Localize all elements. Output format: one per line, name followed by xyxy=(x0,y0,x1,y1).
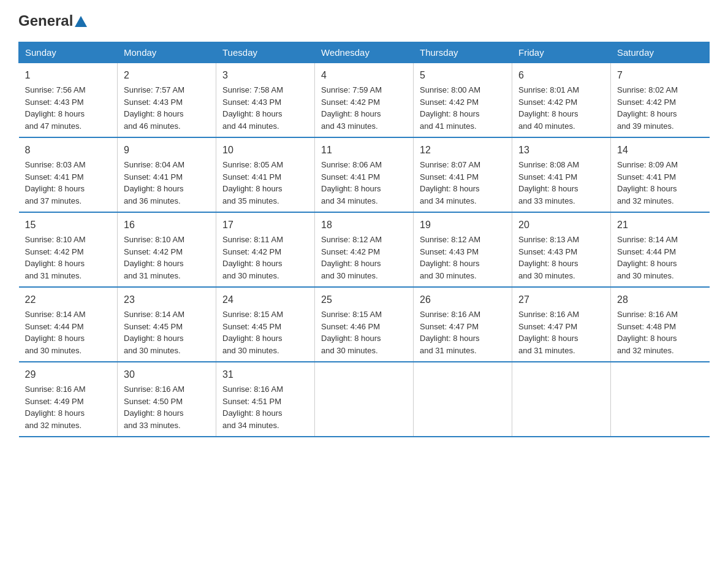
day-sunset: Sunset: 4:48 PM xyxy=(617,321,703,333)
day-number: 6 xyxy=(518,68,604,83)
day-sunset: Sunset: 4:45 PM xyxy=(222,321,308,333)
day-sunrise: Sunrise: 8:16 AM xyxy=(420,308,506,321)
day-daylight: Daylight: 8 hoursand 31 minutes. xyxy=(25,258,112,282)
day-number: 20 xyxy=(518,218,604,232)
calendar-day-cell: 29 Sunrise: 8:16 AM Sunset: 4:49 PM Dayl… xyxy=(19,362,118,437)
day-daylight: Daylight: 8 hoursand 35 minutes. xyxy=(222,183,308,207)
day-number: 4 xyxy=(321,68,407,83)
day-sunrise: Sunrise: 8:13 AM xyxy=(518,234,604,246)
weekday-header-cell: Saturday xyxy=(611,42,710,63)
calendar-day-cell: 13 Sunrise: 8:08 AM Sunset: 4:41 PM Dayl… xyxy=(512,137,611,212)
day-sunrise: Sunrise: 8:16 AM xyxy=(518,308,604,321)
day-sunset: Sunset: 4:43 PM xyxy=(222,96,308,109)
day-number: 28 xyxy=(617,293,703,307)
logo-triangle-icon xyxy=(74,15,88,28)
day-number: 21 xyxy=(617,218,703,232)
calendar-day-cell: 8 Sunrise: 8:03 AM Sunset: 4:41 PM Dayli… xyxy=(19,137,118,212)
day-sunrise: Sunrise: 8:12 AM xyxy=(420,234,506,246)
day-sunset: Sunset: 4:43 PM xyxy=(124,96,210,109)
calendar-day-cell: 24 Sunrise: 8:15 AM Sunset: 4:45 PM Dayl… xyxy=(216,287,315,362)
calendar-day-cell: 3 Sunrise: 7:58 AM Sunset: 4:43 PM Dayli… xyxy=(216,63,315,138)
day-sunset: Sunset: 4:49 PM xyxy=(25,396,112,408)
day-daylight: Daylight: 8 hoursand 39 minutes. xyxy=(617,108,703,132)
weekday-header-cell: Sunday xyxy=(19,42,118,63)
day-number: 18 xyxy=(321,218,407,232)
calendar-day-cell: 18 Sunrise: 8:12 AM Sunset: 4:42 PM Dayl… xyxy=(315,212,414,287)
day-daylight: Daylight: 8 hoursand 30 minutes. xyxy=(617,258,703,282)
calendar-day-cell: 30 Sunrise: 8:16 AM Sunset: 4:50 PM Dayl… xyxy=(118,362,216,437)
day-number: 5 xyxy=(420,68,506,83)
calendar-day-cell: 4 Sunrise: 7:59 AM Sunset: 4:42 PM Dayli… xyxy=(315,63,414,138)
day-sunrise: Sunrise: 8:06 AM xyxy=(321,159,407,171)
day-sunset: Sunset: 4:50 PM xyxy=(124,396,210,408)
day-number: 1 xyxy=(25,68,112,83)
calendar-day-cell xyxy=(512,362,611,437)
day-daylight: Daylight: 8 hoursand 46 minutes. xyxy=(124,108,210,132)
calendar-body: 1 Sunrise: 7:56 AM Sunset: 4:43 PM Dayli… xyxy=(19,63,710,437)
day-sunrise: Sunrise: 8:16 AM xyxy=(25,383,112,396)
day-sunrise: Sunrise: 8:16 AM xyxy=(124,383,210,396)
calendar-week-row: 8 Sunrise: 8:03 AM Sunset: 4:41 PM Dayli… xyxy=(19,137,710,212)
day-daylight: Daylight: 8 hoursand 32 minutes. xyxy=(617,183,703,207)
day-number: 2 xyxy=(124,68,210,83)
day-daylight: Daylight: 8 hoursand 41 minutes. xyxy=(420,108,506,132)
calendar-day-cell: 21 Sunrise: 8:14 AM Sunset: 4:44 PM Dayl… xyxy=(611,212,710,287)
day-sunset: Sunset: 4:41 PM xyxy=(321,171,407,183)
calendar-day-cell: 28 Sunrise: 8:16 AM Sunset: 4:48 PM Dayl… xyxy=(611,287,710,362)
day-daylight: Daylight: 8 hoursand 32 minutes. xyxy=(25,407,112,431)
day-sunrise: Sunrise: 7:58 AM xyxy=(222,84,308,96)
calendar-day-cell: 2 Sunrise: 7:57 AM Sunset: 4:43 PM Dayli… xyxy=(118,63,216,138)
day-sunrise: Sunrise: 8:03 AM xyxy=(25,159,112,171)
day-sunrise: Sunrise: 8:16 AM xyxy=(617,308,703,321)
calendar-day-cell: 14 Sunrise: 8:09 AM Sunset: 4:41 PM Dayl… xyxy=(611,137,710,212)
calendar-day-cell: 26 Sunrise: 8:16 AM Sunset: 4:47 PM Dayl… xyxy=(414,287,512,362)
day-daylight: Daylight: 8 hoursand 30 minutes. xyxy=(222,332,308,356)
day-sunset: Sunset: 4:42 PM xyxy=(124,246,210,258)
calendar-week-row: 29 Sunrise: 8:16 AM Sunset: 4:49 PM Dayl… xyxy=(19,362,710,437)
day-sunset: Sunset: 4:42 PM xyxy=(321,246,407,258)
day-daylight: Daylight: 8 hoursand 34 minutes. xyxy=(321,183,407,207)
page-header: General xyxy=(18,12,710,29)
weekday-header-cell: Friday xyxy=(512,42,611,63)
calendar-table: SundayMondayTuesdayWednesdayThursdayFrid… xyxy=(18,42,710,437)
day-sunrise: Sunrise: 7:59 AM xyxy=(321,84,407,96)
calendar-day-cell: 23 Sunrise: 8:14 AM Sunset: 4:45 PM Dayl… xyxy=(118,287,216,362)
calendar-week-row: 1 Sunrise: 7:56 AM Sunset: 4:43 PM Dayli… xyxy=(19,63,710,138)
weekday-header-cell: Wednesday xyxy=(315,42,414,63)
calendar-day-cell xyxy=(414,362,512,437)
day-daylight: Daylight: 8 hoursand 30 minutes. xyxy=(25,332,112,356)
day-daylight: Daylight: 8 hoursand 33 minutes. xyxy=(124,407,210,431)
calendar-day-cell: 20 Sunrise: 8:13 AM Sunset: 4:43 PM Dayl… xyxy=(512,212,611,287)
day-sunset: Sunset: 4:47 PM xyxy=(420,321,506,333)
weekday-header-cell: Tuesday xyxy=(216,42,315,63)
day-sunset: Sunset: 4:42 PM xyxy=(25,246,112,258)
calendar-day-cell xyxy=(315,362,414,437)
calendar-day-cell: 27 Sunrise: 8:16 AM Sunset: 4:47 PM Dayl… xyxy=(512,287,611,362)
day-daylight: Daylight: 8 hoursand 32 minutes. xyxy=(617,332,703,356)
day-sunset: Sunset: 4:44 PM xyxy=(25,321,112,333)
weekday-header-cell: Monday xyxy=(118,42,216,63)
day-daylight: Daylight: 8 hoursand 37 minutes. xyxy=(25,183,112,207)
day-daylight: Daylight: 8 hoursand 30 minutes. xyxy=(124,332,210,356)
day-number: 17 xyxy=(222,218,308,232)
day-sunrise: Sunrise: 8:14 AM xyxy=(25,308,112,321)
svg-marker-0 xyxy=(75,16,87,27)
day-sunset: Sunset: 4:41 PM xyxy=(617,171,703,183)
day-number: 30 xyxy=(124,367,210,382)
day-sunrise: Sunrise: 8:15 AM xyxy=(321,308,407,321)
weekday-header-cell: Thursday xyxy=(414,42,512,63)
day-number: 7 xyxy=(617,68,703,83)
day-daylight: Daylight: 8 hoursand 31 minutes. xyxy=(420,332,506,356)
day-sunrise: Sunrise: 8:15 AM xyxy=(222,308,308,321)
day-sunset: Sunset: 4:41 PM xyxy=(420,171,506,183)
day-daylight: Daylight: 8 hoursand 34 minutes. xyxy=(222,407,308,431)
day-sunset: Sunset: 4:42 PM xyxy=(420,96,506,109)
day-sunrise: Sunrise: 8:04 AM xyxy=(124,159,210,171)
day-daylight: Daylight: 8 hoursand 31 minutes. xyxy=(124,258,210,282)
calendar-day-cell: 19 Sunrise: 8:12 AM Sunset: 4:43 PM Dayl… xyxy=(414,212,512,287)
day-sunset: Sunset: 4:42 PM xyxy=(617,96,703,109)
day-sunrise: Sunrise: 8:01 AM xyxy=(518,84,604,96)
calendar-day-cell: 22 Sunrise: 8:14 AM Sunset: 4:44 PM Dayl… xyxy=(19,287,118,362)
day-number: 13 xyxy=(518,143,604,158)
day-daylight: Daylight: 8 hoursand 30 minutes. xyxy=(321,258,407,282)
